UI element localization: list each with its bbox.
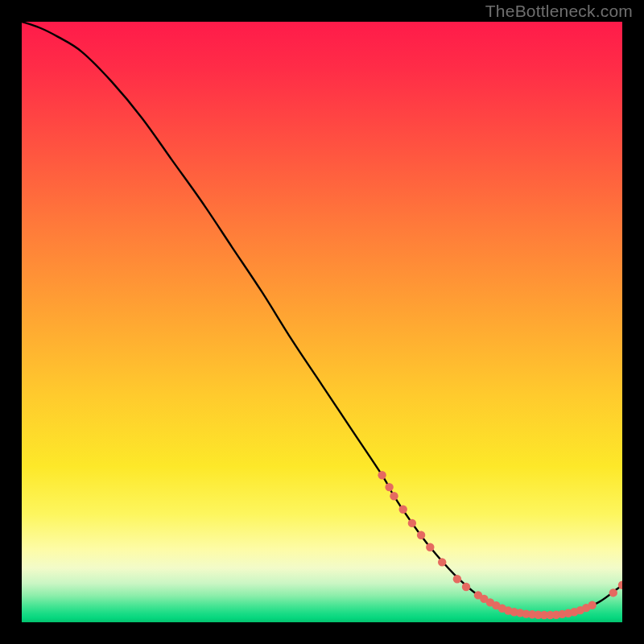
curve-layer [22,22,622,622]
curve-marker [378,471,386,479]
marker-group [378,471,622,619]
curve-marker [408,519,416,527]
curve-marker [399,506,407,514]
chart-canvas: TheBottleneck.com [0,0,644,644]
bottleneck-curve-path [22,22,622,615]
curve-marker [588,601,597,609]
curve-marker [417,531,425,539]
curve-marker [609,588,617,597]
curve-marker [462,583,470,591]
curve-marker [390,492,398,500]
curve-marker [426,543,434,551]
curve-marker [438,558,446,566]
curve-marker [385,483,393,491]
curve-marker [453,575,461,583]
plot-area [22,22,622,622]
source-watermark: TheBottleneck.com [485,2,633,21]
